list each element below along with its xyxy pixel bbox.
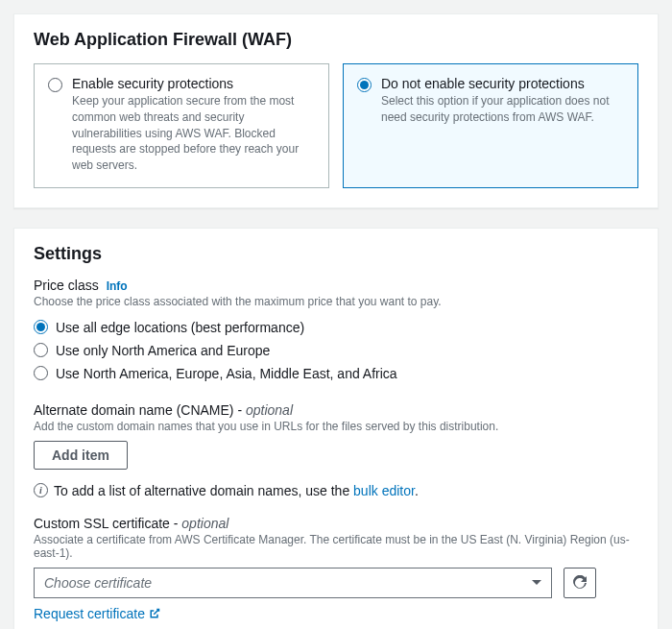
waf-option-enable[interactable]: Enable security protections Keep your ap… (34, 63, 329, 188)
chevron-down-icon (532, 580, 541, 585)
cname-label: Alternate domain name (CNAME) - optional (34, 402, 293, 418)
ssl-desc: Associate a certificate from AWS Certifi… (34, 533, 638, 560)
radio-icon (357, 78, 372, 92)
price-class-option-na-eu[interactable]: Use only North America and Europe (34, 339, 638, 362)
cname-field: Alternate domain name (CNAME) - optional… (34, 402, 638, 498)
price-class-desc: Choose the price class associated with t… (34, 295, 638, 308)
refresh-button[interactable] (564, 568, 596, 598)
waf-option-desc: Keep your application secure from the mo… (72, 93, 315, 174)
price-class-option-multi[interactable]: Use North America, Europe, Asia, Middle … (34, 362, 638, 385)
add-item-button[interactable]: Add item (34, 441, 128, 470)
cname-desc: Add the custom domain names that you use… (34, 420, 638, 433)
waf-option-title: Do not enable security protections (381, 76, 624, 91)
radio-label: Use only North America and Europe (56, 343, 270, 358)
price-class-info-link[interactable]: Info (107, 279, 128, 293)
waf-panel: Web Application Firewall (WAF) Enable se… (13, 13, 659, 208)
waf-option-desc: Select this option if your application d… (381, 93, 624, 126)
request-certificate-link[interactable]: Request certificate (34, 606, 160, 621)
price-class-field: Price class Info Choose the price class … (34, 278, 638, 385)
bulk-editor-link[interactable]: bulk editor (353, 483, 415, 498)
info-icon: i (34, 483, 48, 497)
external-link-icon (149, 608, 160, 619)
radio-icon (34, 366, 48, 380)
settings-header: Settings (14, 229, 658, 278)
radio-icon (48, 78, 62, 92)
price-class-option-all[interactable]: Use all edge locations (best performance… (34, 316, 638, 339)
settings-title: Settings (34, 244, 638, 264)
cname-helper: i To add a list of alternative domain na… (34, 483, 638, 498)
waf-header: Web Application Firewall (WAF) (14, 14, 658, 63)
ssl-label: Custom SSL certificate - optional (34, 516, 228, 531)
waf-option-title: Enable security protections (72, 76, 315, 91)
radio-icon (34, 320, 48, 334)
refresh-icon (572, 575, 588, 591)
ssl-field: Custom SSL certificate - optional Associ… (34, 516, 638, 621)
radio-icon (34, 343, 48, 357)
price-class-label: Price class (34, 278, 99, 293)
radio-label: Use North America, Europe, Asia, Middle … (56, 366, 397, 381)
ssl-certificate-select[interactable]: Choose certificate (34, 568, 552, 598)
waf-options: Enable security protections Keep your ap… (14, 63, 658, 207)
settings-panel: Settings Price class Info Choose the pri… (13, 228, 659, 629)
radio-label: Use all edge locations (best performance… (56, 320, 304, 335)
select-placeholder: Choose certificate (44, 575, 152, 591)
waf-title: Web Application Firewall (WAF) (34, 30, 638, 50)
waf-option-disable[interactable]: Do not enable security protections Selec… (343, 63, 638, 188)
